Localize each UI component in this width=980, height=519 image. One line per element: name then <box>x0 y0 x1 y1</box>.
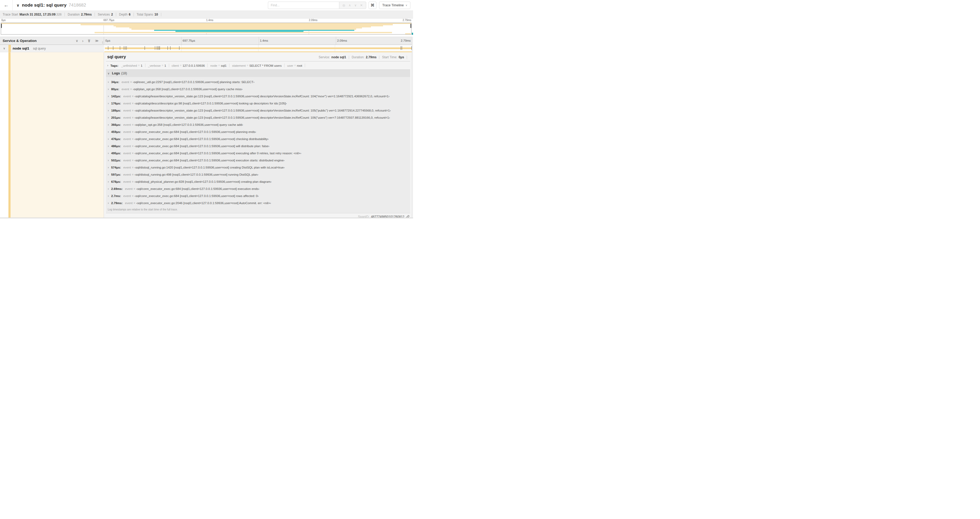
summary-value: March 31 2022, 17:25:09 <box>19 13 56 16</box>
span-detail-header: sql query Service: node sql1 Duration: 2… <box>106 52 410 61</box>
log-event-tick <box>124 46 124 50</box>
chevron-right-icon: › <box>108 180 109 184</box>
timeline-minimap[interactable] <box>1 23 412 35</box>
minimap-right-scrubber-handle[interactable] <box>410 24 411 28</box>
span-collapse-icon[interactable]: ∨ <box>0 47 8 50</box>
summary-item: Depth 6 <box>119 13 137 16</box>
log-entry-row[interactable]: › 2.69ms: event = ‹sql/conn_executor_exe… <box>106 185 410 192</box>
summary-label: Services <box>98 13 110 16</box>
log-entry-row[interactable]: › 459μs: event = ‹sql/conn_executor_exec… <box>106 128 410 135</box>
tag-key: node <box>210 64 217 67</box>
tag-item: _unfinished = 1 <box>121 64 148 67</box>
scroll-indicator <box>412 33 413 35</box>
log-entry-row[interactable]: › 176μs: event = ‹sql/catalog/descs/desc… <box>106 100 410 107</box>
ruler-tick: 1.4ms <box>260 39 268 42</box>
span-row-timeline[interactable] <box>104 45 412 51</box>
span-row-label[interactable]: ∨ node sql1 sql query <box>0 45 104 52</box>
log-event-value: ‹sql/plan_opt.go:358 [nsql1,client=127.0… <box>135 123 243 126</box>
log-entry-row[interactable]: › 366μs: event = ‹sql/plan_opt.go:358 [n… <box>106 121 410 128</box>
log-event-tick <box>125 46 126 50</box>
log-timestamp: 366μs: <box>111 123 121 126</box>
logs-footnote: Log timestamps are relative to the start… <box>106 206 410 213</box>
next-result-icon[interactable]: ∨ <box>354 3 357 7</box>
log-entry-row[interactable]: › 502μs: event = ‹sql/conn_executor_exec… <box>106 156 410 164</box>
log-event-tick <box>401 46 401 50</box>
log-equals: = <box>132 159 134 162</box>
tag-equals: = <box>162 64 163 67</box>
chevron-right-icon: › <box>108 116 109 120</box>
log-field-name: event <box>122 87 129 91</box>
log-entry-row[interactable]: › 142μs: event = ‹sql/catalog/lease/desc… <box>106 93 410 100</box>
log-entry-row[interactable]: › 597μs: event = ‹sql/distsql_running.go… <box>106 171 410 178</box>
log-equals: = <box>130 88 132 91</box>
log-entry-row[interactable]: › 189μs: event = ‹sql/catalog/lease/desc… <box>106 107 410 114</box>
log-entry-row[interactable]: › 34μs: event = ‹sql/exec_util.go:2297 [… <box>106 78 410 85</box>
collapse-trace-header-icon[interactable]: ∨ <box>17 3 19 7</box>
log-entry-row[interactable]: › 495μs: event = ‹sql/conn_executor_exec… <box>106 150 410 156</box>
log-event-tick <box>113 46 113 50</box>
find-input[interactable] <box>268 2 339 9</box>
chevron-right-icon: › <box>108 102 109 105</box>
log-timestamp: 80μs: <box>111 87 119 91</box>
collapse-all-icon[interactable]: ≫ <box>87 39 91 43</box>
back-button[interactable]: ← <box>0 0 13 11</box>
collapse-one-icon[interactable]: ∨ <box>76 39 78 43</box>
minimap-left-scrubber-handle[interactable] <box>1 24 2 28</box>
divider <box>407 56 407 59</box>
tag-value: root <box>297 64 302 67</box>
tag-key: _verbose <box>148 64 161 67</box>
view-selector-button[interactable]: Trace Timeline ∨ <box>379 2 410 9</box>
span-service-name: node sql1 <box>13 46 29 50</box>
logs-list: › 34μs: event = ‹sql/exec_util.go:2297 [… <box>106 77 410 206</box>
column-resize-handle[interactable]: ∥ <box>102 41 103 44</box>
log-entry-row[interactable]: › 574μs: event = ‹sql/distsql_running.go… <box>106 164 410 171</box>
tag-equals: = <box>247 64 248 67</box>
log-event-value: ‹sql/conn_executor_exec.go:684 [nsql1,cl… <box>135 152 301 155</box>
log-entry-row[interactable]: › 80μs: event = ‹sql/plan_opt.go:358 [ns… <box>106 85 410 93</box>
timeline-grid-header: Service & Operation ∨ › ≫ ≫ ∥ 0μs 697.75… <box>0 37 413 45</box>
divider <box>379 56 379 59</box>
log-timestamp: 201μs: <box>111 116 121 119</box>
chevron-right-icon: › <box>108 87 109 91</box>
log-equals: = <box>134 187 135 190</box>
log-timestamp: 459μs: <box>111 130 121 133</box>
chevron-right-icon: › <box>108 166 109 169</box>
prev-result-icon[interactable]: ∧ <box>348 3 351 7</box>
divider <box>134 13 134 16</box>
expand-all-icon[interactable]: ≫ <box>95 39 99 43</box>
log-equals: = <box>132 173 134 176</box>
log-event-value: ‹sql/conn_executor_exec.go:684 [nsql1,cl… <box>135 144 269 148</box>
divider <box>207 64 208 67</box>
log-event-value: ‹sql/conn_executor_exec.go:684 [nsql1,cl… <box>135 158 285 162</box>
log-event-tick <box>108 46 108 50</box>
keyboard-shortcuts-button[interactable]: ⌘ <box>369 2 377 9</box>
span-color-accent <box>8 52 11 217</box>
deep-link-icon[interactable] <box>406 215 410 217</box>
trace-title-bar: ∨ node sql1: sql query 7418682 <box>17 3 268 8</box>
scrollbar-track[interactable] <box>412 37 413 217</box>
match-highlight-icon[interactable]: ◎ <box>342 3 345 7</box>
summary-label: Trace Start <box>3 13 18 16</box>
log-entry-row[interactable]: › 2.79ms: event = ‹sql/conn_executor_exe… <box>106 200 410 206</box>
log-entry-row[interactable]: › 201μs: event = ‹sql/catalog/lease/desc… <box>106 114 410 121</box>
expand-one-icon[interactable]: › <box>82 38 84 43</box>
log-entry-row[interactable]: › 486μs: event = ‹sql/conn_executor_exec… <box>106 142 410 150</box>
clear-find-icon[interactable]: ✕ <box>360 3 363 7</box>
log-entry-row[interactable]: › 678μs: event = ‹sql/distsql_physical_p… <box>106 178 410 185</box>
log-entry-row[interactable]: › 476μs: event = ‹sql/conn_executor_exec… <box>106 135 410 142</box>
summary-value: 2.79ms <box>81 13 92 16</box>
chevron-right-icon: › <box>108 201 109 205</box>
tags-accordion[interactable]: › Tags: _unfinished = 1 _verbose = 1 <box>106 61 410 69</box>
log-equals: = <box>130 80 132 84</box>
span-detail-panel: sql query Service: node sql1 Duration: 2… <box>104 52 412 217</box>
span-duration-bar[interactable] <box>105 48 412 49</box>
log-entry-row[interactable]: › 2.7ms: event = ‹sql/conn_executor_exec… <box>106 192 410 200</box>
log-timestamp: 2.7ms: <box>111 194 121 198</box>
span-operation-name: sql query <box>33 47 46 50</box>
logs-accordion-header[interactable]: ∨ Logs (18) <box>106 70 410 77</box>
minimap-tick: 2.79ms <box>402 19 411 22</box>
trace-id: 7418682 <box>69 3 86 8</box>
timeline-ruler: 0μs 697.75μs 1.4ms 2.09ms 2.79ms <box>104 37 413 45</box>
tag-key: _unfinished <box>121 64 137 67</box>
tag-key: statement <box>232 64 245 67</box>
